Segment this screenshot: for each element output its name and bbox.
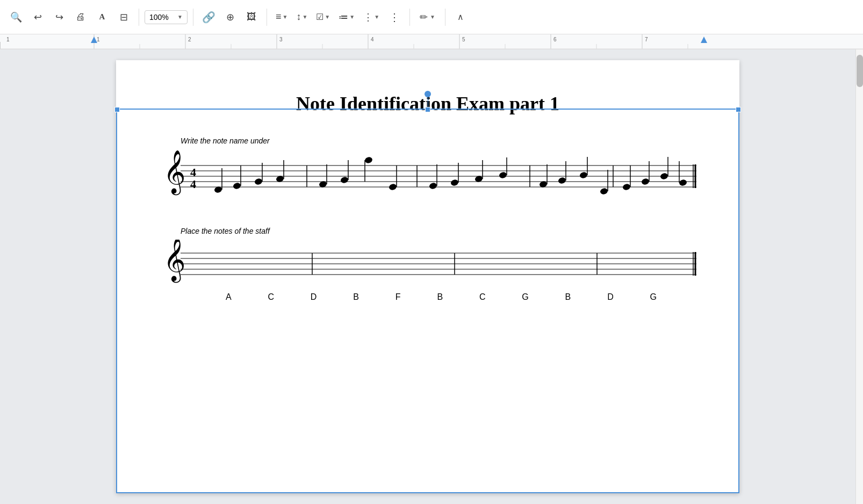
align-button[interactable]: ≡ ▼ — [272, 9, 291, 25]
separator-3 — [267, 9, 267, 26]
note-labels-container: A C D B F B C G B D G — [148, 292, 707, 302]
svg-point-73 — [622, 183, 631, 191]
redo-icon: ↪ — [55, 11, 63, 23]
comment-button[interactable]: ⊕ — [220, 8, 240, 27]
staff-svg-2: 𝄞 — [148, 240, 707, 288]
zoom-value: 100% — [149, 13, 169, 21]
scrollbar[interactable] — [855, 49, 863, 504]
search-icon: 🔍 — [10, 11, 22, 23]
svg-text:𝄞: 𝄞 — [163, 150, 185, 196]
clone-format-icon: ⊟ — [120, 11, 128, 23]
pencil-icon: ✏ — [420, 11, 428, 23]
link-button[interactable]: 🔗 — [199, 8, 218, 27]
checklist-icon: ☑ — [316, 12, 323, 22]
collapse-button[interactable]: ∧ — [451, 8, 470, 27]
toolbar: 🔍 ↩ ↪ 🖨 A ⊟ 100% ▼ 🔗 ⊕ 🖼 ≡ ▼ — [0, 0, 863, 34]
note-label-10: D — [607, 292, 614, 302]
zoom-chevron-icon: ▼ — [177, 14, 183, 20]
svg-text:4: 4 — [371, 37, 374, 42]
main-area: Note Identification Exam part 1 Write th… — [0, 49, 863, 504]
align-icon: ≡ — [276, 11, 282, 23]
clone-format-button[interactable]: ⊟ — [114, 8, 133, 27]
svg-text:5: 5 — [462, 37, 465, 42]
image-icon: 🖼 — [247, 11, 256, 23]
line-spacing-chevron-icon: ▼ — [302, 14, 307, 20]
separator-1 — [139, 9, 139, 26]
zoom-control[interactable]: 100% ▼ — [145, 10, 188, 24]
staff-svg-1: 𝄞 4 4 — [148, 149, 707, 203]
svg-text:3: 3 — [279, 37, 283, 42]
svg-point-59 — [450, 179, 459, 186]
checklist-button[interactable]: ☑ ▼ — [313, 10, 333, 24]
note-labels: A C D B F B C G B D G — [202, 292, 680, 302]
ruler: 1 1 2 3 4 5 6 7 — [0, 34, 863, 49]
undo-icon: ↩ — [34, 11, 42, 23]
checklist-chevron-icon: ▼ — [325, 14, 330, 20]
bullet-button[interactable]: ≔ ▼ — [335, 9, 358, 25]
ruler-canvas: 1 1 2 3 4 5 6 7 — [0, 34, 863, 49]
document-content: Note Identification Exam part 1 Write th… — [116, 60, 739, 345]
link-icon: 🔗 — [202, 11, 215, 24]
separator-2 — [193, 9, 193, 26]
numbered-chevron-icon: ▼ — [374, 14, 379, 20]
image-button[interactable]: 🖼 — [242, 8, 261, 27]
svg-point-53 — [364, 156, 373, 164]
numbered-button[interactable]: ⋮ ▼ — [360, 9, 383, 25]
note-label-8: G — [522, 292, 528, 302]
more-button[interactable]: ⋮ — [385, 8, 404, 27]
svg-text:2: 2 — [188, 37, 191, 42]
search-button[interactable]: 🔍 — [6, 8, 26, 27]
numbered-icon: ⋮ — [363, 11, 373, 23]
document-title: Note Identification Exam part 1 — [148, 92, 707, 115]
print-icon: 🖨 — [76, 11, 85, 23]
print-button[interactable]: 🖨 — [71, 8, 90, 27]
note-label-2: C — [268, 292, 274, 302]
paint-format-button[interactable]: A — [92, 8, 112, 27]
svg-point-57 — [429, 182, 437, 190]
svg-point-75 — [641, 178, 650, 185]
svg-point-55 — [389, 183, 397, 191]
edit-button[interactable]: ✏ ▼ — [415, 9, 440, 25]
svg-point-45 — [254, 178, 263, 185]
bullet-icon: ≔ — [339, 11, 348, 23]
svg-point-67 — [558, 177, 566, 184]
section-2: Place the notes of the staff 𝄞 — [148, 227, 707, 302]
svg-point-69 — [579, 171, 588, 179]
svg-point-71 — [600, 188, 608, 195]
section-1-instruction: Write the note name under — [181, 136, 707, 145]
line-spacing-icon: ↕ — [296, 11, 301, 23]
note-label-3: D — [311, 292, 317, 302]
edit-chevron-icon: ▼ — [430, 14, 435, 20]
svg-rect-0 — [0, 34, 863, 49]
scrollbar-thumb[interactable] — [857, 55, 863, 87]
redo-button[interactable]: ↪ — [49, 8, 69, 27]
comment-icon: ⊕ — [226, 11, 234, 23]
undo-button[interactable]: ↩ — [28, 8, 47, 27]
note-label-6: B — [437, 292, 443, 302]
document-page: Note Identification Exam part 1 Write th… — [116, 60, 739, 493]
svg-point-63 — [499, 171, 507, 179]
note-label-11: G — [650, 292, 657, 302]
canvas-area[interactable]: Note Identification Exam part 1 Write th… — [0, 49, 855, 504]
line-spacing-button[interactable]: ↕ ▼ — [293, 9, 311, 25]
note-label-4: B — [353, 292, 359, 302]
collapse-icon: ∧ — [457, 12, 464, 22]
svg-text:1: 1 — [6, 37, 10, 42]
scrollbar-track — [856, 49, 863, 504]
svg-text:1: 1 — [97, 37, 100, 42]
svg-point-77 — [660, 172, 668, 180]
separator-5 — [445, 9, 445, 26]
svg-text:4: 4 — [190, 177, 196, 191]
note-label-9: B — [565, 292, 571, 302]
paint-format-icon: A — [99, 12, 105, 21]
align-chevron-icon: ▼ — [283, 14, 288, 20]
bullet-chevron-icon: ▼ — [349, 14, 355, 20]
svg-point-51 — [340, 176, 349, 184]
note-label-5: F — [395, 292, 401, 302]
more-icon: ⋮ — [389, 11, 400, 24]
svg-text:6: 6 — [553, 37, 557, 42]
note-label-7: C — [479, 292, 486, 302]
separator-4 — [409, 9, 410, 26]
section-1: Write the note name under 𝄞 4 4 — [148, 136, 707, 205]
svg-point-79 — [679, 179, 687, 186]
